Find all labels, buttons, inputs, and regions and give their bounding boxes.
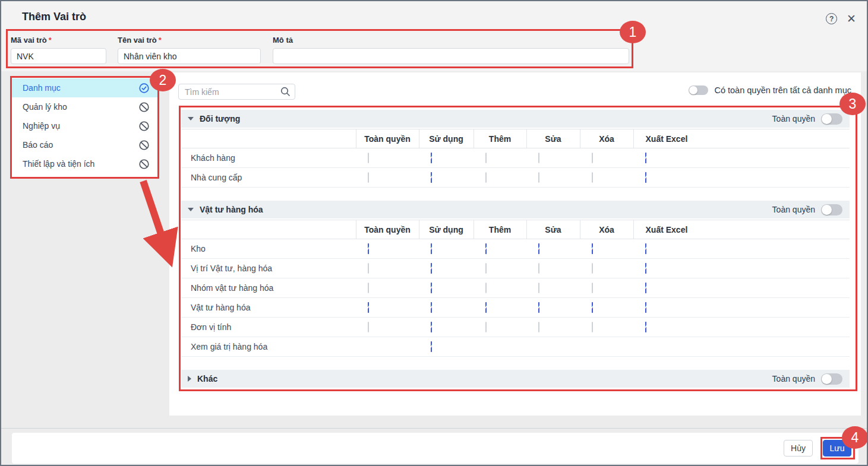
checkbox[interactable]: [368, 263, 369, 274]
checkbox[interactable]: [538, 153, 539, 163]
section-header-vat-tu[interactable]: Vật tư hàng hóa Toàn quyền: [181, 201, 850, 218]
close-icon[interactable]: [847, 13, 856, 24]
section-full-permission-toggle[interactable]: [821, 113, 842, 125]
checkbox[interactable]: [592, 172, 593, 183]
checkbox[interactable]: [431, 322, 432, 332]
checkbox[interactable]: [485, 263, 487, 274]
permissions-table-doi-tuong: Toàn quyền Sử dụng Thêm Sửa Xóa Xuất Exc…: [181, 129, 850, 188]
checkbox[interactable]: [368, 172, 369, 183]
checkbox[interactable]: [645, 302, 646, 313]
column-header: Sử dụng: [419, 220, 474, 239]
column-header-empty: [181, 129, 356, 148]
checkbox[interactable]: [645, 153, 646, 163]
checkbox[interactable]: [538, 243, 539, 254]
checkbox[interactable]: [485, 283, 487, 293]
checkbox[interactable]: [431, 341, 432, 352]
checkbox[interactable]: [368, 283, 369, 293]
full-permission-all-toggle[interactable]: [689, 85, 708, 95]
checkbox[interactable]: [592, 302, 593, 313]
checkbox[interactable]: [431, 263, 432, 274]
row-label: Nhóm vật tư hàng hóa: [181, 278, 356, 298]
checkbox[interactable]: [592, 153, 593, 163]
help-icon[interactable]: [826, 13, 837, 24]
checkbox[interactable]: [538, 263, 539, 274]
row-label: Kho: [181, 239, 356, 259]
annotation-box-2: Danh mục Quản lý kho Nghiệp vụ Báo cáo: [10, 76, 159, 179]
caret-right-icon: [188, 376, 191, 382]
search-icon[interactable]: [280, 87, 291, 99]
annotation-box-3: Đối tượng Toàn quyền Toàn quyền Sử dụng …: [179, 106, 857, 391]
column-header: Thêm: [474, 129, 526, 148]
checkbox[interactable]: [592, 283, 593, 293]
checkbox[interactable]: [431, 172, 432, 183]
checkbox[interactable]: [485, 172, 487, 183]
table-header-row: Toàn quyền Sử dụng Thêm Sửa Xóa Xuất Exc…: [181, 220, 850, 239]
checkbox[interactable]: [538, 172, 539, 183]
checkbox[interactable]: [485, 153, 487, 163]
column-header: Toàn quyền: [356, 220, 419, 239]
section-header-khac[interactable]: Khác Toàn quyền: [181, 370, 850, 388]
section-header-doi-tuong[interactable]: Đối tượng Toàn quyền: [181, 110, 850, 128]
checkbox[interactable]: [645, 263, 646, 274]
table-row: Đơn vị tính: [181, 318, 850, 337]
annotation-badge-1: 1: [620, 21, 646, 43]
cancel-button[interactable]: Hủy: [784, 440, 813, 457]
full-permission-label: Toàn quyền: [772, 114, 815, 123]
page-title: Thêm Vai trò: [22, 11, 86, 23]
checkbox[interactable]: [592, 243, 593, 254]
no-access-icon: [138, 158, 149, 169]
checkbox[interactable]: [431, 243, 432, 254]
checkbox[interactable]: [431, 283, 432, 293]
annotation-badge-3: 3: [839, 93, 866, 115]
table-header-row: Toàn quyền Sử dụng Thêm Sửa Xóa Xuất Exc…: [181, 129, 850, 148]
sidebar-item-label: Thiết lập và tiện ích: [23, 159, 138, 169]
permission-group-list: Danh mục Quản lý kho Nghiệp vụ Báo cáo: [12, 78, 157, 173]
checkbox[interactable]: [645, 243, 646, 254]
no-access-icon: [138, 102, 149, 112]
checkbox[interactable]: [592, 263, 593, 274]
no-access-icon: [138, 121, 149, 131]
column-header: Xóa: [580, 129, 633, 148]
sidebar-item-nghiep-vu[interactable]: Nghiệp vụ: [12, 116, 157, 135]
checkbox[interactable]: [592, 322, 593, 332]
column-header: Thêm: [474, 220, 526, 239]
checkbox[interactable]: [538, 322, 539, 332]
checkbox[interactable]: [368, 302, 369, 313]
checkbox[interactable]: [368, 322, 369, 332]
checkbox[interactable]: [485, 243, 487, 254]
table-row: Nhà cung cấp: [181, 168, 850, 188]
row-label: Khách hàng: [181, 148, 356, 168]
checkbox[interactable]: [538, 283, 539, 293]
column-header: Xóa: [580, 220, 633, 239]
checkbox[interactable]: [368, 153, 369, 163]
checkbox[interactable]: [485, 322, 487, 332]
section-full-permission-toggle[interactable]: [821, 373, 842, 385]
checkbox[interactable]: [645, 172, 646, 183]
table-row: Vị trí Vật tư, hàng hóa: [181, 259, 850, 278]
table-row: Vật tư hàng hóa: [181, 298, 850, 318]
checkbox[interactable]: [485, 302, 487, 313]
search-input[interactable]: [178, 84, 295, 100]
sidebar-item-thiet-lap[interactable]: Thiết lập và tiện ích: [12, 154, 157, 173]
checkbox[interactable]: [645, 322, 646, 332]
table-row: Kho: [181, 239, 850, 259]
sidebar-item-quan-ly-kho[interactable]: Quản lý kho: [12, 97, 157, 116]
footer-divider: [1, 428, 867, 429]
section-title: Vật tư hàng hóa: [200, 205, 772, 214]
permissions-panel: Có toàn quyền trên tất cả danh mục Đối t…: [169, 72, 861, 416]
no-access-icon: [138, 140, 149, 150]
sidebar-item-bao-cao[interactable]: Báo cáo: [12, 135, 157, 154]
column-header: Sửa: [526, 220, 580, 239]
caret-down-icon: [188, 117, 194, 121]
sidebar-item-danh-muc[interactable]: Danh mục: [12, 78, 157, 97]
table-row: Nhóm vật tư hàng hóa: [181, 278, 850, 298]
checkbox[interactable]: [645, 283, 646, 293]
full-permission-all-label: Có toàn quyền trên tất cả danh mục: [714, 85, 851, 95]
section-full-permission-toggle[interactable]: [821, 204, 842, 215]
row-label: Vị trí Vật tư, hàng hóa: [181, 259, 356, 278]
checkbox[interactable]: [431, 302, 432, 313]
annotation-badge-2: 2: [150, 69, 176, 91]
checkbox[interactable]: [431, 153, 432, 163]
checkbox[interactable]: [538, 302, 539, 313]
checkbox[interactable]: [368, 243, 369, 254]
